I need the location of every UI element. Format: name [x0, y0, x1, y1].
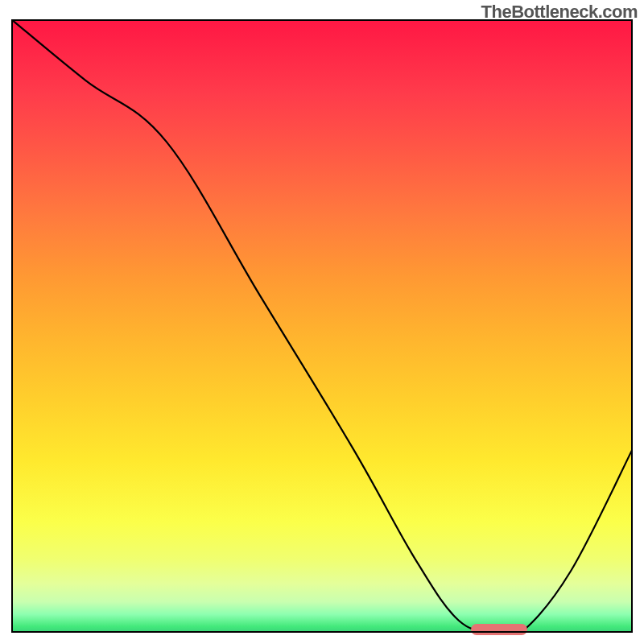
chart-container: TheBottleneck.com [0, 0, 644, 644]
bottleneck-curve [11, 19, 633, 633]
optimal-range-marker [471, 624, 526, 635]
plot-area [11, 19, 633, 633]
curve-svg [11, 19, 633, 633]
watermark-text: TheBottleneck.com [481, 2, 638, 23]
